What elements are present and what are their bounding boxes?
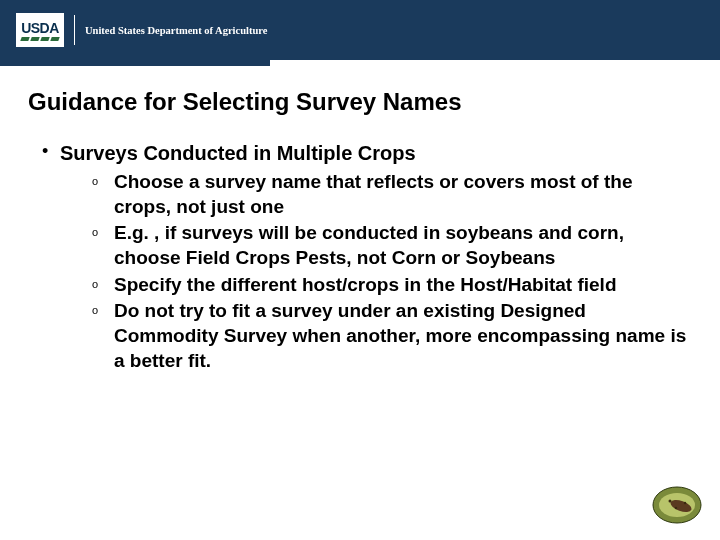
sub-bullet-item: Do not try to fit a survey under an exis…: [92, 299, 692, 373]
slide-content: Guidance for Selecting Survey Names Surv…: [0, 66, 720, 394]
svg-point-3: [669, 500, 672, 503]
header-band: USDA United States Department of Agricul…: [0, 0, 720, 60]
svg-point-4: [675, 507, 677, 509]
department-name: United States Department of Agriculture: [85, 25, 267, 36]
bullet-list-inner: Choose a survey name that reflects or co…: [60, 170, 692, 374]
sub-bullet-item: E.g. , if surveys will be conducted in s…: [92, 221, 692, 270]
usda-logo-text: USDA: [21, 21, 59, 35]
sub-bullet-item: Choose a survey name that reflects or co…: [92, 170, 692, 219]
bullet-list-outer: Surveys Conducted in Multiple Crops Choo…: [28, 140, 692, 374]
logo-block: USDA United States Department of Agricul…: [16, 13, 267, 47]
bullet-item: Surveys Conducted in Multiple Crops Choo…: [42, 140, 692, 374]
usda-logo-icon: USDA: [16, 13, 64, 47]
slide-title: Guidance for Selecting Survey Names: [28, 88, 692, 116]
sub-bullet-item: Specify the different host/crops in the …: [92, 273, 692, 298]
usda-logo-bars-icon: [21, 37, 59, 41]
bullet-heading: Surveys Conducted in Multiple Crops: [60, 140, 692, 166]
svg-point-5: [684, 502, 686, 504]
crop-pest-badge-icon: [652, 486, 702, 524]
logo-divider: [74, 15, 75, 45]
